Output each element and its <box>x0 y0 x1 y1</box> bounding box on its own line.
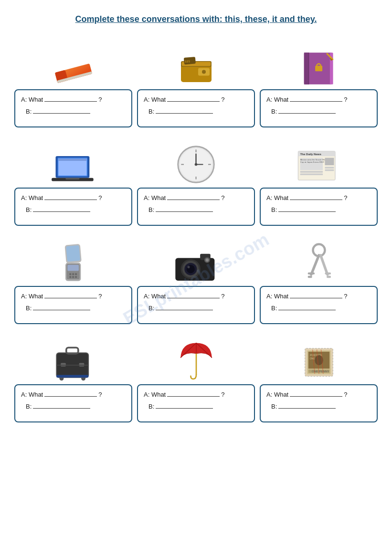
blank-b-camera[interactable] <box>156 304 213 310</box>
card-wallet: A: What ? B: <box>137 89 255 127</box>
label-a-eraser: A: What <box>21 96 43 103</box>
svg-point-51 <box>74 276 76 278</box>
blank-a-phone[interactable] <box>44 292 97 298</box>
label-b-umbrella: B: <box>148 403 154 410</box>
card-laptop: A: What ? B: <box>14 188 132 226</box>
blank-b-suitcase[interactable] <box>33 402 90 409</box>
label-a-laptop: A: What <box>21 194 43 201</box>
label-b-suitcase: B: <box>26 403 32 410</box>
blank-a-stamp[interactable] <box>290 390 342 397</box>
svg-rect-16 <box>315 66 322 72</box>
blank-b-umbrella[interactable] <box>156 402 213 409</box>
newspaper-icon: The Daily News Mexico wins the Soccer Wo… <box>296 147 341 185</box>
label-b-newspaper: B: <box>271 206 277 213</box>
label-b-laptop: B: <box>26 206 32 213</box>
clock-icon <box>176 144 216 185</box>
label-a-camera: A: What <box>144 293 166 300</box>
svg-rect-78 <box>56 375 88 378</box>
label-a-newspaper: A: What <box>266 194 288 201</box>
svg-text:The Daily News: The Daily News <box>300 153 322 156</box>
svg-line-67 <box>321 255 328 274</box>
label-a-stamp: A: What <box>266 391 288 398</box>
card-newspaper: A: What ? B: <box>260 188 378 226</box>
blank-b-newspaper[interactable] <box>278 205 336 212</box>
svg-point-48 <box>74 273 76 275</box>
qmark-laptop: ? <box>98 194 102 201</box>
card-umbrella: A: What ? B: <box>137 384 255 422</box>
svg-point-46 <box>69 273 71 275</box>
blank-b-keys[interactable] <box>278 304 336 310</box>
label-b-wallet: B: <box>148 108 154 115</box>
qmark-diary: ? <box>344 96 347 103</box>
blank-a-keys[interactable] <box>290 292 342 298</box>
label-a-keys: A: What <box>266 293 288 300</box>
svg-point-60 <box>187 266 190 268</box>
qmark-wallet: ? <box>221 96 224 103</box>
cell-eraser: A: What ? B: <box>14 34 132 127</box>
svg-text:$$$: $$$ <box>184 59 190 63</box>
blank-b-phone[interactable] <box>33 304 90 310</box>
svg-rect-40 <box>325 158 334 166</box>
card-camera: A: What ? B: <box>137 286 255 324</box>
svg-rect-19 <box>58 158 86 176</box>
svg-rect-53 <box>66 245 80 262</box>
blank-a-clock[interactable] <box>167 193 220 200</box>
label-a-wallet: A: What <box>144 96 166 103</box>
card-phone: A: What ? B: <box>14 286 132 324</box>
qmark-phone: ? <box>98 293 102 300</box>
cell-wallet: $$$ A: What ? B: <box>137 34 255 127</box>
svg-rect-65 <box>308 273 315 274</box>
qmark-keys: ? <box>344 293 347 300</box>
svg-rect-21 <box>65 178 79 179</box>
cell-suitcase: A: What ? B: <box>14 329 132 422</box>
qmark-umbrella: ? <box>221 391 224 398</box>
blank-b-wallet[interactable] <box>156 107 213 114</box>
svg-point-47 <box>72 273 74 275</box>
blank-b-diary[interactable] <box>278 107 336 114</box>
svg-point-62 <box>205 258 209 262</box>
qmark-eraser: ? <box>98 96 102 103</box>
cell-clock: A: What ? B: <box>137 132 255 226</box>
blank-a-laptop[interactable] <box>44 193 97 200</box>
page-title: Complete these conversations with: this,… <box>14 14 378 24</box>
blank-b-laptop[interactable] <box>33 205 90 212</box>
svg-rect-41 <box>325 167 334 168</box>
laptop-icon <box>50 151 97 185</box>
stamp-icon: POSTAGE ONE PENNY 1d ONE PENNY <box>300 343 338 381</box>
cell-stamp: POSTAGE ONE PENNY 1d ONE PENNY A: What ? <box>260 329 378 422</box>
card-suitcase: A: What ? B: <box>14 384 132 422</box>
blank-a-camera[interactable] <box>167 292 220 298</box>
qmark-clock: ? <box>221 194 224 201</box>
blank-a-newspaper[interactable] <box>290 193 342 200</box>
cell-phone: A: What ? B: <box>14 231 132 324</box>
suitcase-icon <box>52 341 95 381</box>
blank-a-wallet[interactable] <box>167 95 220 102</box>
svg-rect-66 <box>308 276 312 278</box>
blank-b-stamp[interactable] <box>278 402 336 409</box>
label-b-stamp: B: <box>271 403 277 410</box>
umbrella-icon <box>177 338 215 381</box>
exercise-grid: A: What ? B: $$$ A: <box>14 34 378 422</box>
card-eraser: A: What ? B: <box>14 89 132 127</box>
blank-a-diary[interactable] <box>290 95 342 102</box>
cell-newspaper: The Daily News Mexico wins the Soccer Wo… <box>260 132 378 226</box>
svg-rect-11 <box>304 53 308 84</box>
label-b-diary: B: <box>271 108 277 115</box>
blank-b-eraser[interactable] <box>33 107 90 114</box>
keys-icon <box>298 242 339 283</box>
camera-icon <box>173 247 219 283</box>
label-a-phone: A: What <box>21 293 43 300</box>
label-a-umbrella: A: What <box>144 391 166 398</box>
blank-a-suitcase[interactable] <box>44 390 97 397</box>
blank-a-eraser[interactable] <box>44 95 97 102</box>
svg-text:Mexico wins the Soccer World: Mexico wins the Soccer World <box>300 158 328 161</box>
cell-camera: A: What ? B: <box>137 231 255 324</box>
label-a-diary: A: What <box>266 96 288 103</box>
cell-laptop: A: What ? B: <box>14 132 132 226</box>
cell-keys: A: What ? B: <box>260 231 378 324</box>
blank-b-clock[interactable] <box>156 205 213 212</box>
card-diary: A: What ? B: <box>260 89 378 127</box>
qmark-suitcase: ? <box>98 391 102 398</box>
blank-a-umbrella[interactable] <box>167 390 220 397</box>
svg-rect-22 <box>58 158 86 161</box>
